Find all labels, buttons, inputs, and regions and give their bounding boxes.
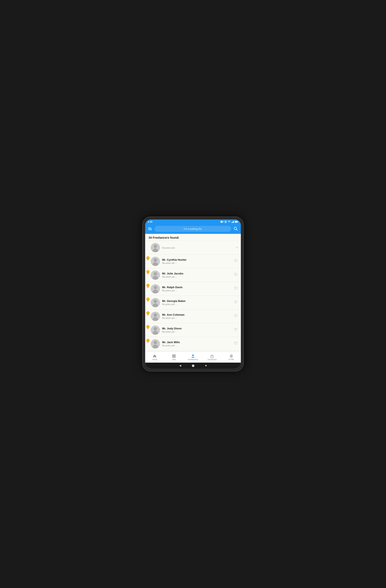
freelancer-price: No price yet bbox=[162, 331, 233, 333]
freelancer-price: No price yet bbox=[162, 275, 233, 278]
medal-badge bbox=[146, 311, 150, 316]
employers-icon bbox=[210, 354, 214, 358]
jobs-icon bbox=[172, 354, 176, 358]
freelancer-name: Mr. Georgia Baker bbox=[162, 299, 233, 303]
freelancer-card[interactable]: Mr. Sait KaracaNo price yet bbox=[145, 351, 241, 352]
card-info: No price yet bbox=[162, 246, 235, 249]
svg-rect-9 bbox=[234, 221, 234, 223]
freelancer-price: No price yet bbox=[162, 303, 233, 306]
svg-point-68 bbox=[192, 354, 194, 356]
freelancer-card[interactable]: Mr. Judy DixonNo price yet bbox=[145, 323, 241, 337]
freelancer-card[interactable]: Mr. Jack MillsNo price yet bbox=[145, 337, 241, 351]
favorite-button[interactable] bbox=[233, 300, 238, 306]
nav-item-jobs[interactable]: Jobs bbox=[164, 353, 183, 361]
favorite-button[interactable] bbox=[233, 272, 238, 278]
freelancer-card[interactable]: Mr. Cynthia HunterNo price yet bbox=[145, 254, 241, 268]
svg-marker-28 bbox=[147, 288, 149, 288]
svg-rect-8 bbox=[233, 221, 233, 223]
svg-rect-22 bbox=[148, 273, 148, 274]
card-info: Mr. Ralph DavisNo price yet bbox=[162, 286, 233, 292]
nav-item-employers[interactable]: Employers bbox=[203, 353, 222, 361]
svg-rect-17 bbox=[148, 259, 148, 260]
card-info: Mr. Jack MillsNo price yet bbox=[162, 341, 233, 347]
freelancer-card[interactable]: Mr. Julie JacobsNo price yet bbox=[145, 268, 241, 282]
back-button[interactable]: ◀ bbox=[179, 364, 181, 367]
favorite-button[interactable] bbox=[233, 313, 238, 319]
svg-text:⚡: ⚡ bbox=[221, 221, 223, 223]
nav-item-freelancers[interactable]: Freelancers bbox=[183, 353, 203, 361]
freelancers-person-icon bbox=[191, 354, 195, 358]
svg-point-71 bbox=[231, 356, 232, 357]
search-icon[interactable] bbox=[234, 227, 238, 231]
svg-point-5 bbox=[225, 221, 226, 222]
card-info: Mr. Georgia BakerNo price yet bbox=[162, 299, 233, 306]
svg-rect-11 bbox=[238, 222, 238, 222]
favorite-button[interactable] bbox=[233, 327, 238, 333]
svg-rect-7 bbox=[232, 222, 233, 223]
card-info: Mr. Ann ColemanNo price yet bbox=[162, 313, 233, 319]
freelancer-card[interactable]: Mr. Ralph DavisNo price yet bbox=[145, 282, 241, 296]
svg-rect-12 bbox=[235, 221, 237, 222]
svg-rect-67 bbox=[174, 356, 175, 357]
app-header: I'm Looking for bbox=[145, 224, 241, 234]
favorite-button[interactable] bbox=[233, 286, 238, 292]
svg-point-13 bbox=[234, 227, 237, 230]
favorite-button[interactable] bbox=[233, 341, 238, 347]
avatar bbox=[151, 257, 160, 266]
svg-marker-48 bbox=[147, 342, 149, 343]
content-area: 34 Freelancers found: No price yet Mr. C… bbox=[145, 234, 241, 352]
svg-marker-33 bbox=[147, 301, 149, 302]
search-bar[interactable]: I'm Looking for bbox=[155, 226, 231, 232]
signal-icon bbox=[231, 221, 234, 223]
avatar bbox=[151, 312, 160, 321]
freelancer-price: No price yet bbox=[162, 317, 233, 319]
home-label: Home bbox=[152, 358, 157, 360]
svg-marker-23 bbox=[147, 274, 149, 274]
nav-item-profile[interactable]: Profile bbox=[222, 353, 241, 361]
freelancer-name: Mr. Julie Jacobs bbox=[162, 272, 233, 275]
menu-button[interactable] bbox=[148, 228, 152, 230]
jobs-label: Jobs bbox=[172, 358, 176, 360]
battery-charging-icon: ⚡ bbox=[221, 221, 224, 223]
avatar bbox=[151, 339, 160, 348]
freelancer-price: No price yet bbox=[162, 289, 233, 292]
status-icons: ⚡ bbox=[221, 221, 238, 223]
svg-rect-32 bbox=[148, 300, 148, 301]
profile-label: Profile bbox=[228, 358, 234, 360]
nav-item-home[interactable]: Home bbox=[145, 353, 164, 361]
home-button[interactable]: ⬤ bbox=[192, 364, 194, 367]
status-time: 1:40 bbox=[148, 221, 152, 223]
profile-gear-icon bbox=[229, 354, 233, 358]
freelancer-card[interactable]: No price yet bbox=[145, 241, 241, 254]
svg-marker-18 bbox=[147, 260, 149, 260]
medal-badge bbox=[146, 284, 150, 289]
bottom-nav: Home Jobs Freelancers bbox=[145, 352, 241, 363]
freelancer-name: Mr. Ralph Davis bbox=[162, 286, 233, 289]
device-frame: 1:40 ⚡ bbox=[142, 216, 244, 372]
freelancer-price: No price yet bbox=[162, 262, 233, 264]
freelancer-name: Mr. Cynthia Hunter bbox=[162, 258, 233, 261]
avatar bbox=[151, 243, 160, 252]
card-info: Mr. Judy DixonNo price yet bbox=[162, 327, 233, 333]
avatar bbox=[151, 298, 160, 307]
svg-rect-70 bbox=[212, 356, 213, 357]
card-info: Mr. Cynthia HunterNo price yet bbox=[162, 258, 233, 264]
freelancer-card[interactable]: Mr. Georgia BakerNo price yet bbox=[145, 296, 241, 310]
freelancer-card[interactable]: Mr. Ann ColemanNo price yet bbox=[145, 310, 241, 323]
recents-button[interactable]: ■ bbox=[205, 364, 206, 367]
svg-marker-38 bbox=[147, 315, 149, 315]
svg-marker-43 bbox=[147, 329, 149, 329]
medal-badge bbox=[146, 297, 150, 302]
system-nav: ◀ ⬤ ■ bbox=[145, 363, 241, 369]
avatar bbox=[151, 325, 160, 335]
search-placeholder: I'm Looking for bbox=[184, 227, 202, 231]
home-icon bbox=[153, 354, 157, 358]
dropdown-arrow-icon[interactable] bbox=[235, 246, 238, 250]
svg-rect-27 bbox=[148, 287, 148, 288]
freelancer-name: Mr. Judy Dixon bbox=[162, 327, 233, 330]
freelancers-label: Freelancers bbox=[188, 358, 198, 360]
card-info: Mr. Julie JacobsNo price yet bbox=[162, 272, 233, 278]
medal-badge bbox=[146, 339, 150, 344]
svg-rect-64 bbox=[172, 354, 174, 356]
favorite-button[interactable] bbox=[233, 258, 238, 264]
